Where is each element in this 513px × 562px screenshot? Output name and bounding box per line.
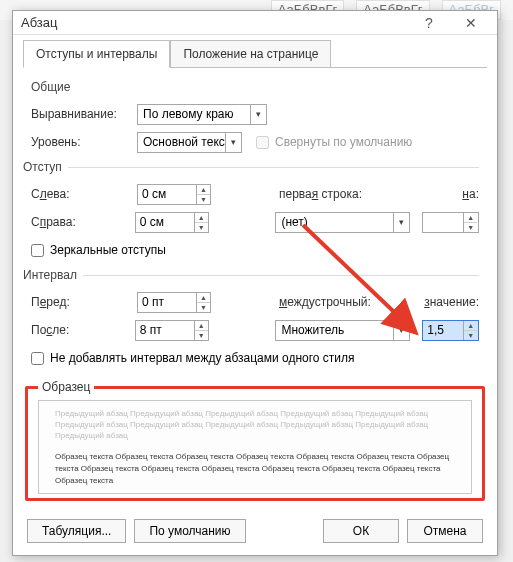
spinner-down-icon[interactable]: ▼	[195, 223, 208, 232]
ok-button[interactable]: ОК	[323, 519, 399, 543]
label-indent-right: Справа:	[31, 215, 129, 229]
group-indent-heading: Отступ	[23, 160, 479, 174]
tabs-button[interactable]: Табуляция...	[27, 519, 126, 543]
label-collapsed: Свернуты по умолчанию	[275, 135, 412, 149]
spinner-down-icon[interactable]: ▼	[464, 223, 477, 232]
input-space-before[interactable]: ▲▼	[137, 292, 211, 313]
dialog-content: Общие Выравнивание: По левому краю ▾ Уро…	[13, 68, 497, 511]
input-space-after[interactable]: ▲▼	[135, 320, 209, 341]
close-button[interactable]: ✕	[453, 12, 489, 34]
checkbox-mirror-indents[interactable]	[31, 244, 44, 257]
label-mirror-indents: Зеркальные отступы	[50, 243, 166, 257]
spinner-down-icon[interactable]: ▼	[197, 303, 210, 312]
label-line-spacing-value: значение:	[395, 295, 479, 309]
default-button[interactable]: По умолчанию	[134, 519, 245, 543]
spinner-down-icon[interactable]: ▼	[197, 195, 210, 204]
tab-page-position[interactable]: Положение на странице	[170, 40, 331, 68]
preview-fieldset: Образец Предыдущий абзац Предыдущий абза…	[25, 380, 485, 501]
label-line-spacing: междустрочный:	[279, 295, 389, 309]
preview-box: Предыдущий абзац Предыдущий абзац Предыд…	[38, 400, 472, 494]
spinner-up-icon[interactable]: ▲	[197, 293, 210, 303]
select-alignment[interactable]: По левому краю ▾	[137, 104, 267, 125]
label-space-before: Перед:	[31, 295, 131, 309]
select-first-line[interactable]: (нет) ▾	[275, 212, 410, 233]
label-indent-left: Слева:	[31, 187, 131, 201]
spinner-down-icon[interactable]: ▼	[464, 331, 477, 340]
titlebar: Абзац ? ✕	[13, 11, 497, 35]
spinner-up-icon[interactable]: ▲	[195, 213, 208, 223]
spinner-up-icon[interactable]: ▲	[197, 185, 210, 195]
tab-indents-intervals[interactable]: Отступы и интервалы	[23, 40, 170, 68]
input-line-spacing-value[interactable]: ▲▼	[422, 320, 479, 341]
label-no-space-same-style: Не добавлять интервал между абзацами одн…	[50, 351, 355, 365]
tab-strip: Отступы и интервалы Положение на страниц…	[13, 35, 497, 67]
checkbox-collapsed	[256, 136, 269, 149]
spinner-up-icon[interactable]: ▲	[464, 321, 477, 331]
preview-legend: Образец	[38, 380, 94, 394]
label-alignment: Выравнивание:	[31, 107, 131, 121]
chevron-down-icon[interactable]: ▾	[393, 321, 409, 340]
cancel-button[interactable]: Отмена	[407, 519, 483, 543]
spinner-up-icon[interactable]: ▲	[464, 213, 477, 223]
spinner-up-icon[interactable]: ▲	[195, 321, 208, 331]
group-interval-heading: Интервал	[23, 268, 479, 282]
spinner-down-icon[interactable]: ▼	[195, 331, 208, 340]
label-outline-level: Уровень:	[31, 135, 131, 149]
label-first-line: первая строка:	[279, 187, 389, 201]
group-general-heading: Общие	[31, 80, 479, 94]
chevron-down-icon[interactable]: ▾	[250, 105, 266, 124]
select-line-spacing[interactable]: Множитель ▾	[275, 320, 410, 341]
label-space-after: После:	[31, 323, 129, 337]
preview-sample-text: Образец текста Образец текста Образец те…	[55, 451, 455, 487]
chevron-down-icon[interactable]: ▾	[393, 213, 409, 232]
chevron-down-icon[interactable]: ▾	[225, 133, 241, 152]
input-indent-left[interactable]: ▲▼	[137, 184, 211, 205]
button-bar: Табуляция... По умолчанию ОК Отмена	[13, 511, 497, 555]
select-outline-level[interactable]: Основной текст ▾	[137, 132, 242, 153]
help-button[interactable]: ?	[411, 12, 447, 34]
dialog-title: Абзац	[21, 15, 405, 30]
paragraph-dialog: Абзац ? ✕ Отступы и интервалы Положение …	[12, 10, 498, 556]
input-first-line-by[interactable]: ▲▼	[422, 212, 479, 233]
checkbox-no-space-same-style[interactable]	[31, 352, 44, 365]
preview-previous-text: Предыдущий абзац Предыдущий абзац Предыд…	[55, 409, 455, 441]
input-indent-right[interactable]: ▲▼	[135, 212, 209, 233]
label-indent-by: на:	[395, 187, 479, 201]
